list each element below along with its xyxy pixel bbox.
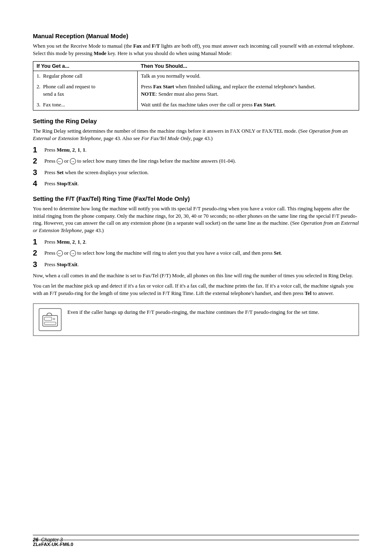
step-2-ring-delay: 2 Press ← or → to select how many times … xyxy=(33,157,359,166)
svg-point-4 xyxy=(54,318,55,319)
table-row: 3. Fax tone... Wait until the fax machin… xyxy=(33,100,359,111)
intro-manual-reception: When you set the Receive Mode to manual … xyxy=(33,43,359,57)
table-cell-col2: Talk as you normally would. xyxy=(137,71,359,82)
step-text: Press Stop/Exit. xyxy=(44,180,79,188)
table-row: 2. Phone call and request to send a fax … xyxy=(33,82,359,99)
table-col1-header: If You Get a... xyxy=(33,62,137,71)
step-number: 1 xyxy=(33,146,43,154)
step-1-ft-ring: 1 Press Menu, 2, 1, 2. xyxy=(33,238,359,246)
manual-reception-table: If You Get a... Then You Should... 1. Re… xyxy=(33,61,359,111)
step-3-ring-delay: 3 Press Set when the screen displays you… xyxy=(33,168,359,177)
note-box: Even if the caller hangs up during the F… xyxy=(33,303,359,336)
table-cell-col1: 1. Regular phone call xyxy=(33,71,137,82)
after-steps-1: Now, when a call comes in and the machin… xyxy=(33,272,359,280)
section-manual-reception: Manual Reception (Manual Mode) When you … xyxy=(33,33,359,111)
svg-rect-1 xyxy=(44,317,52,320)
heading-ring-delay: Setting the Ring Delay xyxy=(33,118,359,124)
step-text: Press ← or → to select how many times th… xyxy=(44,157,236,165)
section-ring-delay: Setting the Ring Delay The Ring Delay se… xyxy=(33,118,359,188)
step-number: 1 xyxy=(33,238,43,246)
step-text: Press Menu, 2, 1, 2. xyxy=(44,238,87,246)
heading-manual-reception: Manual Reception (Manual Mode) xyxy=(33,33,359,39)
step-number: 3 xyxy=(33,260,43,269)
table-cell-col1: 2. Phone call and request to send a fax xyxy=(33,82,137,99)
svg-rect-2 xyxy=(44,322,56,325)
intro-ring-delay: The Ring Delay setting determines the nu… xyxy=(33,128,359,142)
table-cell-col1: 3. Fax tone... xyxy=(33,100,137,111)
step-number: 2 xyxy=(33,249,43,258)
table-col2-header: Then You Should... xyxy=(137,62,359,71)
step-text: Press Set when the screen displays your … xyxy=(44,168,149,177)
heading-ft-ring-time: Setting the F/T (Fax/Tel) Ring Time (Fax… xyxy=(33,196,359,202)
fax-icon xyxy=(40,310,60,329)
step-text: Press ← or → to select how long the mach… xyxy=(44,249,282,257)
step-4-ring-delay: 4 Press Stop/Exit. xyxy=(33,180,359,188)
step-text: Press Stop/Exit. xyxy=(44,260,79,269)
step-2-ft-ring: 2 Press ← or → to select how long the ma… xyxy=(33,249,359,258)
note-text: Even if the caller hangs up during the F… xyxy=(67,308,319,316)
svg-point-3 xyxy=(53,318,54,319)
after-steps-2: You can let the machine pick up and dete… xyxy=(33,283,359,297)
table-cell-col2: Wait until the fax machine takes over th… xyxy=(137,100,359,111)
step-1-ring-delay: 1 Press Menu, 2, 1, 1. xyxy=(33,146,359,154)
svg-point-6 xyxy=(54,319,55,320)
step-number: 2 xyxy=(33,157,43,166)
step-text: Press Menu, 2, 1, 1. xyxy=(44,146,87,154)
page: Manual Reception (Manual Mode) When you … xyxy=(0,0,392,555)
section-ft-ring-time: Setting the F/T (Fax/Tel) Ring Time (Fax… xyxy=(33,196,359,336)
step-number: 3 xyxy=(33,168,43,177)
step-number: 4 xyxy=(33,180,43,188)
note-icon xyxy=(39,308,62,331)
intro-ft-ring-time: You need to determine how long the machi… xyxy=(33,205,359,235)
table-cell-col2: Press Fax Start when finished talking, a… xyxy=(137,82,359,99)
step-3-ft-ring: 3 Press Stop/Exit. xyxy=(33,260,359,269)
footer-product: ZLeFAX-UK-FM6.0 xyxy=(33,540,359,547)
table-row: 1. Regular phone call Talk as you normal… xyxy=(33,71,359,82)
svg-point-5 xyxy=(53,319,54,320)
